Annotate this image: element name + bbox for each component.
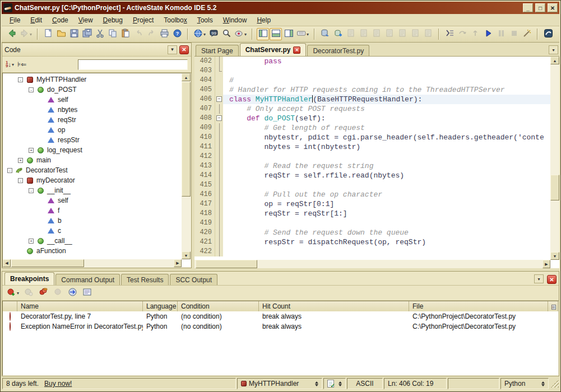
open-folder-button[interactable]	[55, 28, 67, 40]
keybinding-button[interactable]: ▾	[295, 28, 310, 40]
scroll-up-icon[interactable]: ▲	[550, 57, 559, 64]
pane-left-button[interactable]	[257, 28, 269, 40]
breakpoint-row[interactable]: Exception NameError in DecoratorTest.pyP…	[3, 321, 558, 332]
fold-margin[interactable]	[215, 199, 223, 209]
fold-margin[interactable]	[215, 237, 223, 247]
tab-start-page[interactable]: Start Page	[196, 45, 239, 56]
cut-button[interactable]	[94, 28, 106, 40]
collapse-icon[interactable]: -	[29, 188, 34, 193]
fold-margin[interactable]	[215, 76, 223, 85]
dropdown-caret-icon[interactable]: ▾	[17, 291, 19, 296]
code-line-418[interactable]: 418 reqStr = reqStr[1:]	[194, 209, 550, 218]
tree-item-mydecorator[interactable]: -myDecorator	[3, 175, 182, 185]
fold-margin[interactable]	[215, 123, 223, 133]
fold-margin[interactable]	[215, 152, 223, 161]
step-into-button[interactable]	[443, 28, 456, 40]
dropdown-caret-icon[interactable]: ▾	[307, 32, 309, 37]
code-line-420[interactable]: 420 # Send the request down the queue	[194, 228, 550, 237]
symbol-filter-input[interactable]	[78, 59, 188, 70]
scroll-right-icon[interactable]: ▶	[174, 259, 182, 267]
tab-close-icon[interactable]: ✕	[293, 46, 300, 54]
tree-item-reqstr[interactable]: reqStr	[3, 115, 182, 125]
buy-now-link[interactable]: Buy now!	[44, 380, 72, 388]
new-file-button[interactable]	[42, 28, 54, 40]
fold-margin[interactable]: −	[215, 95, 223, 104]
column-header-hit-count[interactable]: Hit Count	[259, 301, 409, 311]
close-button[interactable]: ✕	[548, 3, 558, 12]
fold-margin[interactable]: −	[215, 114, 223, 123]
encoding-indicator[interactable]: ASCII	[347, 378, 383, 389]
sort-order-icon[interactable]: 19↓▾	[6, 61, 14, 68]
expand-icon[interactable]: +	[29, 148, 34, 153]
minimize-button[interactable]: _	[523, 3, 533, 12]
maximize-button[interactable]: □	[535, 3, 545, 12]
language-selector[interactable]: Python	[500, 378, 549, 389]
column-header-name[interactable]: Name	[17, 301, 143, 311]
tree-item-b[interactable]: b	[3, 216, 182, 226]
current-symbol-selector[interactable]: MyHTTPHandler	[237, 378, 322, 389]
fold-margin[interactable]	[215, 85, 223, 95]
editor-horizontal-scrollbar[interactable]: ▶	[194, 260, 550, 268]
fold-margin[interactable]	[215, 209, 223, 218]
collapse-all-icon[interactable]: ⊧⇐	[17, 60, 26, 68]
tab-list-dropdown[interactable]: ▾	[549, 45, 558, 54]
menu-window[interactable]: Window	[219, 15, 252, 25]
tree-item-call[interactable]: +__call__	[3, 236, 182, 246]
check-status-indicator[interactable]: ✓	[323, 378, 346, 389]
wand-button[interactable]	[521, 28, 533, 40]
dropdown-caret-icon[interactable]: ▾	[203, 32, 206, 37]
fold-margin[interactable]	[215, 66, 223, 76]
fold-margin[interactable]	[215, 218, 223, 228]
comment-button[interactable]: 99	[207, 28, 220, 40]
panel-close-button[interactable]: ✕	[179, 45, 189, 54]
dropdown-caret-icon[interactable]: ▾	[30, 32, 32, 37]
tree-item-c[interactable]: c	[3, 226, 182, 236]
column-header-file[interactable]: File	[409, 301, 548, 311]
tree-item-decoratortest[interactable]: -DecoratorTest	[3, 165, 182, 175]
tab-test-results[interactable]: Test Results	[121, 274, 169, 285]
code-line-411[interactable]: 411 nbytes = int(nbytestr)	[194, 142, 550, 152]
collapse-icon[interactable]: -	[18, 178, 23, 183]
fold-margin[interactable]	[215, 57, 223, 66]
menu-debug[interactable]: Debug	[99, 15, 127, 25]
fold-margin[interactable]	[215, 190, 223, 199]
run-button[interactable]	[482, 28, 494, 40]
tree-item-op[interactable]: op	[3, 125, 182, 135]
tree-vscroll-thumb[interactable]	[182, 82, 191, 197]
fold-margin[interactable]	[215, 180, 223, 190]
tab-chatserver-py[interactable]: ChatServer.py✕	[240, 43, 307, 56]
column-header-language[interactable]: Language	[143, 301, 178, 311]
tree-item-dopost[interactable]: -do_POST	[3, 85, 182, 95]
menu-edit[interactable]: Edit	[26, 15, 47, 25]
paste-button[interactable]	[119, 28, 132, 40]
editor-vscroll-thumb[interactable]	[550, 175, 559, 200]
code-editor[interactable]: 402 pass403404#405# Handler for HTTP req…	[194, 57, 559, 268]
title-bar[interactable]: ChatServer.py [C:\PythonProject] - Activ…	[2, 2, 559, 14]
save-all-button[interactable]	[81, 28, 93, 40]
scroll-up-icon[interactable]: ▲	[182, 73, 191, 81]
print-button[interactable]	[158, 28, 170, 40]
code-line-413[interactable]: 413 # Read the request string	[194, 161, 550, 171]
code-line-422[interactable]: 422	[194, 247, 550, 256]
tab-command-output[interactable]: Command Output	[55, 274, 120, 285]
panel-menu-dropdown[interactable]: ▾	[534, 274, 544, 283]
dropdown-caret-icon[interactable]: ▾	[244, 32, 247, 37]
menu-code[interactable]: Code	[48, 15, 73, 25]
code-line-408[interactable]: 408− def do_POST(self):	[194, 114, 550, 123]
scroll-down-icon[interactable]: ▼	[550, 252, 559, 260]
fold-margin[interactable]	[215, 142, 223, 152]
code-line-410[interactable]: 410 nbytestr, pdict = cgi.parse_header(s…	[194, 133, 550, 142]
tree-item-myhttphandler[interactable]: -MyHTTPHandler	[3, 74, 182, 85]
help-button[interactable]: ?	[171, 28, 183, 40]
pane-right-button[interactable]	[282, 28, 295, 40]
fold-margin[interactable]	[215, 247, 223, 256]
scroll-right-icon[interactable]: ▶	[543, 260, 550, 268]
tree-item-self[interactable]: self	[3, 95, 182, 105]
collapse-icon[interactable]: -	[29, 87, 34, 92]
tree-item-self[interactable]: self	[3, 195, 182, 206]
tree-horizontal-scrollbar[interactable]: ◀ ▶	[3, 259, 182, 267]
code-line-417[interactable]: 417 op = reqStr[0:1]	[194, 199, 550, 209]
goto-source-button[interactable]	[66, 287, 78, 299]
tree-item-main[interactable]: +main	[3, 155, 182, 165]
tab-scc-output[interactable]: SCC Output	[170, 274, 217, 285]
